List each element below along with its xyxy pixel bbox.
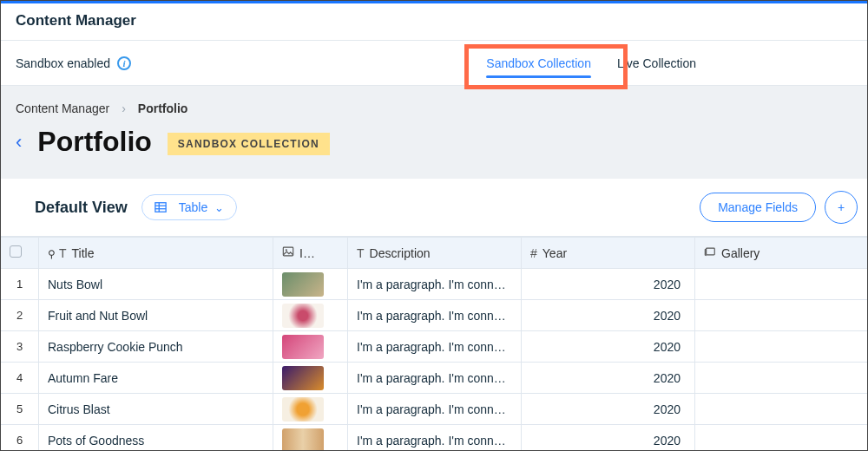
breadcrumb: Content Manager › Portfolio [16, 101, 852, 115]
view-name: Default View [35, 199, 128, 217]
row-index: 3 [1, 331, 39, 363]
collection-tabbar: Sandbox enabled Sandbox Collection Live … [0, 41, 868, 86]
cell-year[interactable]: 2020 [522, 394, 695, 425]
select-all-header[interactable] [1, 238, 39, 269]
column-gallery-label: Gallery [721, 246, 760, 260]
sandbox-status: Sandbox enabled [16, 56, 131, 70]
cell-title[interactable]: Citrus Blast [39, 394, 273, 425]
row-index: 6 [1, 425, 39, 452]
info-icon[interactable] [117, 56, 131, 70]
add-item-button[interactable]: + [825, 191, 858, 224]
row-index: 4 [1, 363, 39, 394]
svg-point-5 [286, 249, 287, 251]
column-title-label: Title [72, 246, 95, 260]
cell-title[interactable]: Autumn Fare [39, 363, 273, 394]
column-description-label: Description [370, 246, 431, 260]
table-row[interactable]: 4Autumn FareI'm a paragraph. I'm conn…20… [1, 363, 868, 394]
cell-year[interactable]: 2020 [522, 425, 695, 452]
table-row[interactable]: 3Raspberry Cookie PunchI'm a paragraph. … [1, 331, 868, 363]
cell-image[interactable] [273, 331, 348, 363]
page-title: Portfolio [37, 126, 152, 158]
cell-year[interactable]: 2020 [522, 269, 695, 300]
breadcrumb-root[interactable]: Content Manager [16, 101, 109, 115]
row-index: 1 [1, 269, 39, 300]
back-button[interactable]: ‹ [16, 133, 22, 152]
cell-image[interactable] [273, 300, 348, 331]
column-image-label: I… [299, 246, 315, 260]
number-icon: # [530, 246, 537, 260]
cell-image[interactable] [273, 269, 348, 300]
cell-gallery[interactable] [695, 394, 868, 425]
column-header-year[interactable]: #Year [522, 238, 695, 269]
app-titlebar: Content Manager [0, 3, 868, 41]
table-row[interactable]: 2Fruit and Nut BowlI'm a paragraph. I'm … [1, 300, 868, 331]
table-row[interactable]: 5Citrus BlastI'm a paragraph. I'm conn…2… [1, 394, 868, 425]
thumbnail [282, 428, 324, 452]
tab-live-collection[interactable]: Live Collection [617, 41, 696, 85]
thumbnail [282, 304, 324, 328]
row-index: 5 [1, 394, 39, 425]
text-icon: T [59, 246, 67, 260]
cell-description[interactable]: I'm a paragraph. I'm conn… [348, 425, 522, 452]
manage-fields-button[interactable]: Manage Fields [700, 193, 816, 222]
thumbnail [282, 397, 324, 422]
cell-year[interactable]: 2020 [522, 300, 695, 331]
table-row[interactable]: 1Nuts BowlI'm a paragraph. I'm conn…2020 [1, 269, 868, 300]
cell-title[interactable]: Raspberry Cookie Punch [39, 331, 273, 363]
cell-title[interactable]: Fruit and Nut Bowl [39, 300, 273, 331]
cell-description[interactable]: I'm a paragraph. I'm conn… [348, 269, 522, 300]
pin-icon: ⚲ [48, 248, 56, 260]
text-icon: T [357, 246, 365, 260]
table-icon [155, 201, 167, 213]
layout-switcher-label: Table [179, 200, 207, 214]
column-header-image[interactable]: I… [273, 238, 348, 269]
chevron-down-icon: ⌄ [214, 201, 224, 214]
cell-gallery[interactable] [695, 331, 868, 363]
cell-gallery[interactable] [695, 300, 868, 331]
column-header-gallery[interactable]: Gallery [695, 238, 868, 269]
svg-rect-6 [707, 248, 715, 255]
table-header-row: ⚲TTitle I… TDescription #Year Gallery [1, 238, 868, 269]
tab-sandbox-collection[interactable]: Sandbox Collection [486, 41, 591, 85]
data-table: ⚲TTitle I… TDescription #Year Gallery 1N… [0, 237, 868, 451]
cell-description[interactable]: I'm a paragraph. I'm conn… [348, 363, 522, 394]
thumbnail [282, 335, 324, 359]
page-subheader: Content Manager › Portfolio ‹ Portfolio … [0, 86, 868, 179]
checkbox-icon[interactable] [10, 245, 22, 258]
cell-title[interactable]: Nuts Bowl [39, 269, 273, 300]
thumbnail [282, 366, 324, 390]
view-toolbar: Default View Table ⌄ Manage Fields + [0, 179, 868, 237]
cell-year[interactable]: 2020 [522, 331, 695, 363]
svg-rect-0 [155, 203, 166, 212]
column-header-description[interactable]: TDescription [348, 238, 522, 269]
cell-image[interactable] [273, 425, 348, 452]
cell-description[interactable]: I'm a paragraph. I'm conn… [348, 300, 522, 331]
cell-year[interactable]: 2020 [522, 363, 695, 394]
cell-gallery[interactable] [695, 363, 868, 394]
app-title: Content Manager [16, 12, 852, 29]
chevron-right-icon: › [122, 101, 126, 115]
svg-rect-4 [283, 247, 293, 256]
row-index: 2 [1, 300, 39, 331]
column-header-title[interactable]: ⚲TTitle [39, 238, 273, 269]
table-row[interactable]: 6Pots of GoodnessI'm a paragraph. I'm co… [1, 425, 868, 452]
cell-image[interactable] [273, 394, 348, 425]
thumbnail [282, 272, 324, 297]
column-year-label: Year [542, 246, 567, 260]
gallery-icon [704, 245, 716, 258]
cell-title[interactable]: Pots of Goodness [39, 425, 273, 452]
sandbox-status-label: Sandbox enabled [16, 56, 110, 70]
cell-gallery[interactable] [695, 269, 868, 300]
cell-gallery[interactable] [695, 425, 868, 452]
cell-image[interactable] [273, 363, 348, 394]
image-icon [282, 245, 294, 258]
cell-description[interactable]: I'm a paragraph. I'm conn… [348, 331, 522, 363]
cell-description[interactable]: I'm a paragraph. I'm conn… [348, 394, 522, 425]
breadcrumb-current: Portfolio [138, 101, 188, 115]
layout-switcher-button[interactable]: Table ⌄ [141, 194, 237, 220]
sandbox-badge: SANDBOX COLLECTION [168, 133, 330, 155]
